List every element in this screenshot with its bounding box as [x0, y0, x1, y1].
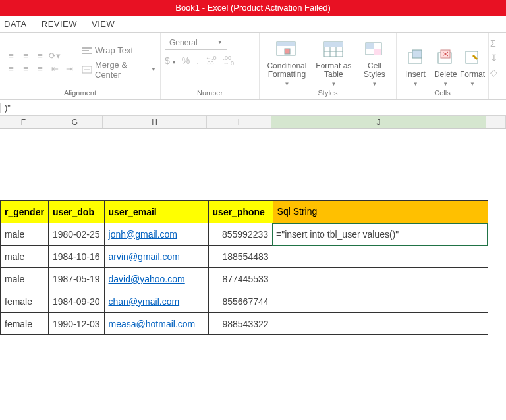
merge-center-button[interactable]: Merge & Center ▼ — [82, 60, 156, 80]
col-header-G[interactable]: G — [47, 116, 103, 128]
format-label: Format — [460, 70, 485, 79]
format-cells-icon — [461, 45, 484, 69]
header-email[interactable]: user_email — [104, 201, 208, 223]
align-middle-icon[interactable]: ≡ — [18, 50, 33, 62]
cell-sql[interactable] — [273, 246, 488, 268]
merge-center-label: Merge & Center — [95, 60, 148, 80]
align-left-icon[interactable]: ≡ — [4, 63, 18, 75]
window-title: Book1 - Excel (Product Activation Failed… — [175, 3, 331, 13]
header-gender[interactable]: r_gender — [1, 201, 49, 223]
number-format-select[interactable]: General ▼ — [165, 36, 227, 50]
table-header-row: r_gender user_dob user_email user_phone … — [1, 201, 488, 223]
tab-review[interactable]: REVIEW — [42, 19, 77, 29]
insert-cells-icon — [404, 45, 428, 69]
table-row: male 1987-05-19 david@yahoo.com 87744553… — [1, 268, 488, 290]
cell-dob[interactable]: 1987-05-19 — [48, 268, 104, 290]
delete-button[interactable]: Delete ▼ — [431, 38, 461, 87]
clear-icon: ◇ — [490, 67, 497, 78]
cell-email[interactable]: david@yahoo.com — [104, 268, 208, 290]
align-bottom-icon[interactable]: ≡ — [33, 50, 47, 62]
group-editing: Σ ↧ ◇ — [489, 33, 506, 99]
align-right-icon[interactable]: ≡ — [33, 63, 47, 75]
cell-gender[interactable]: male — [1, 223, 49, 246]
insert-button[interactable]: Insert ▼ — [401, 38, 431, 87]
data-table: r_gender user_dob user_email user_phone … — [0, 200, 488, 335]
svg-rect-6 — [285, 49, 290, 54]
cell-email[interactable]: measa@hotmail.com — [104, 313, 208, 335]
cell-phone[interactable]: 855992233 — [208, 223, 273, 246]
col-header-F[interactable]: F — [0, 116, 47, 128]
title-bar: Book1 - Excel (Product Activation Failed… — [0, 0, 506, 16]
align-center-icon[interactable]: ≡ — [18, 63, 33, 75]
wrap-text-icon — [82, 45, 92, 56]
header-phone[interactable]: user_phone — [208, 201, 273, 223]
cell-dob[interactable]: 1984-10-16 — [48, 246, 104, 268]
chevron-down-icon: ▼ — [331, 81, 336, 87]
cell-sql-editing[interactable]: ="insert into tbl_user values()" — [273, 223, 488, 246]
format-button[interactable]: Format ▼ — [461, 38, 484, 87]
cell-gender[interactable]: female — [1, 290, 49, 313]
cell-styles-button[interactable]: Cell Styles ▼ — [357, 38, 392, 87]
tab-data[interactable]: DATA — [4, 19, 27, 29]
wrap-text-button[interactable]: Wrap Text — [82, 45, 156, 56]
conditional-formatting-button[interactable]: Conditional Formatting ▼ — [264, 38, 310, 87]
table-row: male 1980-02-25 jonh@gmail.com 855992233… — [1, 223, 488, 246]
group-alignment-label: Alignment — [4, 89, 156, 98]
cell-gender[interactable]: male — [1, 268, 49, 290]
col-header-I[interactable]: I — [207, 116, 271, 128]
cell-sql[interactable] — [273, 268, 488, 290]
currency-button[interactable]: $ ▾ — [165, 55, 175, 66]
conditional-formatting-icon — [275, 38, 298, 61]
svg-rect-1 — [82, 50, 89, 51]
cell-gender[interactable]: male — [1, 246, 49, 268]
cell-email[interactable]: arvin@gmail.com — [104, 246, 208, 268]
increase-decimal-button[interactable]: ←.0 .00 — [206, 55, 217, 66]
decrease-decimal-button[interactable]: .00 →.0 — [223, 55, 235, 66]
svg-rect-0 — [82, 47, 92, 49]
cell-sql[interactable] — [273, 290, 488, 313]
insert-label: Insert — [406, 70, 426, 79]
format-as-table-label: Format as Table — [316, 62, 351, 79]
indent-dec-icon[interactable]: ⇤ — [47, 63, 62, 75]
percent-button[interactable]: % — [182, 55, 190, 66]
align-top-icon[interactable]: ≡ — [4, 50, 18, 62]
group-number-label: Number — [165, 89, 255, 98]
orientation-icon[interactable]: ⟳▾ — [47, 50, 62, 62]
cell-phone[interactable]: 877445533 — [208, 268, 273, 290]
chevron-down-icon: ▼ — [372, 81, 377, 87]
col-header-K[interactable] — [486, 116, 506, 128]
cell-phone[interactable]: 855667744 — [208, 290, 273, 313]
chevron-down-icon: ▼ — [217, 36, 223, 49]
cell-phone[interactable]: 988543322 — [208, 313, 273, 335]
header-sql[interactable]: Sql String — [273, 201, 488, 223]
svg-rect-12 — [324, 42, 343, 47]
cell-styles-icon — [362, 38, 386, 61]
fill-down-icon: ↧ — [490, 53, 498, 63]
cell-dob[interactable]: 1990-12-03 — [48, 313, 104, 335]
cell-phone[interactable]: 188554483 — [208, 246, 273, 268]
col-header-J[interactable]: J — [271, 116, 486, 128]
clear-button[interactable]: ◇ — [490, 67, 505, 78]
wrap-text-label: Wrap Text — [95, 45, 133, 55]
cell-dob[interactable]: 1984-09-20 — [48, 290, 104, 313]
cell-gender[interactable]: female — [1, 313, 49, 335]
formula-bar[interactable]: )" — [0, 100, 506, 116]
worksheet-area[interactable]: r_gender user_dob user_email user_phone … — [0, 129, 506, 420]
format-as-table-icon — [322, 38, 345, 61]
col-header-H[interactable]: H — [103, 116, 207, 128]
autosum-button[interactable]: Σ — [490, 38, 505, 49]
chevron-down-icon: ▼ — [284, 81, 289, 87]
cell-sql[interactable] — [273, 313, 488, 335]
indent-inc-icon[interactable]: ⇥ — [62, 63, 76, 75]
fill-button[interactable]: ↧ — [490, 53, 505, 63]
header-dob[interactable]: user_dob — [48, 201, 104, 223]
ribbon: ≡ ≡ ≡ ⟳▾ ≡ ≡ ≡ ⇤ ⇥ Wrap T — [0, 33, 506, 100]
cell-email[interactable]: chan@ymail.com — [104, 290, 208, 313]
cell-email[interactable]: jonh@gmail.com — [104, 223, 208, 246]
tab-view[interactable]: VIEW — [92, 19, 115, 29]
format-as-table-button[interactable]: Format as Table ▼ — [310, 38, 357, 87]
conditional-formatting-label: Conditional Formatting — [267, 62, 306, 79]
align-vert-stack: ≡ ≡ ≡ ⟳▾ ≡ ≡ ≡ ⇤ ⇥ — [4, 50, 76, 75]
comma-button[interactable]: , — [196, 55, 199, 66]
cell-dob[interactable]: 1980-02-25 — [48, 223, 104, 246]
